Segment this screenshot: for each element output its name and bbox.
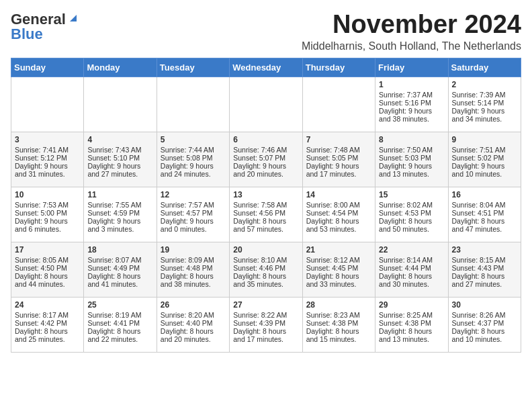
daylight-text: Daylight: 8 hours and 10 minutes. bbox=[452, 327, 517, 343]
day-number: 14 bbox=[306, 190, 371, 199]
calendar-cell: 20Sunrise: 8:10 AMSunset: 4:46 PMDayligh… bbox=[230, 242, 302, 297]
day-number: 18 bbox=[87, 245, 152, 255]
calendar-cell: 25Sunrise: 8:19 AMSunset: 4:41 PMDayligh… bbox=[84, 297, 157, 352]
calendar-week-row: 1Sunrise: 7:37 AMSunset: 5:16 PMDaylight… bbox=[11, 77, 521, 132]
day-number: 15 bbox=[379, 190, 444, 199]
sunset-text: Sunset: 4:56 PM bbox=[233, 209, 298, 217]
daylight-text: Daylight: 8 hours and 25 minutes. bbox=[15, 327, 80, 343]
sunrise-text: Sunrise: 7:51 AM bbox=[452, 146, 517, 154]
day-number: 1 bbox=[379, 80, 444, 89]
daylight-text: Daylight: 8 hours and 33 minutes. bbox=[306, 272, 371, 288]
calendar-cell bbox=[157, 77, 229, 132]
calendar-cell: 28Sunrise: 8:23 AMSunset: 4:38 PMDayligh… bbox=[302, 297, 375, 352]
calendar-cell bbox=[84, 77, 157, 132]
page-header: General Blue November 2024 Middelharnis,… bbox=[11, 11, 521, 52]
calendar-week-row: 17Sunrise: 8:05 AMSunset: 4:50 PMDayligh… bbox=[11, 242, 521, 297]
daylight-text: Daylight: 9 hours and 31 minutes. bbox=[15, 162, 80, 178]
sunset-text: Sunset: 4:42 PM bbox=[15, 319, 80, 327]
calendar-cell: 7Sunrise: 7:48 AMSunset: 5:05 PMDaylight… bbox=[302, 132, 375, 187]
sunset-text: Sunset: 5:10 PM bbox=[87, 154, 152, 162]
daylight-text: Daylight: 8 hours and 47 minutes. bbox=[452, 217, 517, 233]
calendar-cell: 13Sunrise: 7:58 AMSunset: 4:56 PMDayligh… bbox=[230, 187, 302, 242]
sunset-text: Sunset: 4:54 PM bbox=[306, 209, 371, 217]
sunrise-text: Sunrise: 8:00 AM bbox=[306, 201, 371, 209]
calendar-cell: 11Sunrise: 7:55 AMSunset: 4:59 PMDayligh… bbox=[84, 187, 157, 242]
sunset-text: Sunset: 4:43 PM bbox=[452, 264, 517, 272]
sunrise-text: Sunrise: 8:09 AM bbox=[161, 256, 226, 264]
sunset-text: Sunset: 5:05 PM bbox=[306, 154, 371, 162]
day-number: 30 bbox=[452, 300, 517, 310]
calendar-cell: 19Sunrise: 8:09 AMSunset: 4:48 PMDayligh… bbox=[157, 242, 229, 297]
sunrise-text: Sunrise: 8:17 AM bbox=[15, 311, 80, 319]
calendar-cell: 18Sunrise: 8:07 AMSunset: 4:49 PMDayligh… bbox=[84, 242, 157, 297]
sunrise-text: Sunrise: 7:46 AM bbox=[233, 146, 298, 154]
calendar-cell: 17Sunrise: 8:05 AMSunset: 4:50 PMDayligh… bbox=[11, 242, 84, 297]
day-number: 4 bbox=[87, 135, 152, 144]
sunrise-text: Sunrise: 7:55 AM bbox=[87, 201, 152, 209]
daylight-text: Daylight: 9 hours and 3 minutes. bbox=[87, 217, 152, 233]
sunset-text: Sunset: 4:37 PM bbox=[452, 319, 517, 327]
title-section: November 2024 Middelharnis, South Hollan… bbox=[302, 11, 521, 52]
day-number: 26 bbox=[161, 300, 226, 310]
weekday-header: Thursday bbox=[302, 58, 375, 77]
sunrise-text: Sunrise: 7:50 AM bbox=[379, 146, 444, 154]
calendar-cell: 16Sunrise: 8:04 AMSunset: 4:51 PMDayligh… bbox=[448, 187, 521, 242]
calendar-cell bbox=[230, 77, 302, 132]
calendar-cell bbox=[11, 77, 84, 132]
calendar-week-row: 3Sunrise: 7:41 AMSunset: 5:12 PMDaylight… bbox=[11, 132, 521, 187]
sunset-text: Sunset: 5:14 PM bbox=[452, 99, 517, 107]
calendar-cell: 3Sunrise: 7:41 AMSunset: 5:12 PMDaylight… bbox=[11, 132, 84, 187]
calendar-cell: 5Sunrise: 7:44 AMSunset: 5:08 PMDaylight… bbox=[157, 132, 229, 187]
month-title: November 2024 bbox=[302, 11, 521, 39]
weekday-header: Wednesday bbox=[230, 58, 302, 77]
day-number: 7 bbox=[306, 135, 371, 144]
weekday-header: Saturday bbox=[448, 58, 521, 77]
day-number: 13 bbox=[233, 190, 298, 199]
sunrise-text: Sunrise: 8:15 AM bbox=[452, 256, 517, 264]
sunrise-text: Sunrise: 7:58 AM bbox=[233, 201, 298, 209]
calendar-cell: 26Sunrise: 8:20 AMSunset: 4:40 PMDayligh… bbox=[157, 297, 229, 352]
day-number: 21 bbox=[306, 245, 371, 255]
daylight-text: Daylight: 9 hours and 13 minutes. bbox=[379, 162, 444, 178]
sunset-text: Sunset: 5:12 PM bbox=[15, 154, 80, 162]
calendar-cell: 10Sunrise: 7:53 AMSunset: 5:00 PMDayligh… bbox=[11, 187, 84, 242]
calendar-cell: 23Sunrise: 8:15 AMSunset: 4:43 PMDayligh… bbox=[448, 242, 521, 297]
sunset-text: Sunset: 5:16 PM bbox=[379, 99, 444, 107]
daylight-text: Daylight: 9 hours and 38 minutes. bbox=[379, 107, 444, 123]
calendar-cell: 24Sunrise: 8:17 AMSunset: 4:42 PMDayligh… bbox=[11, 297, 84, 352]
sunset-text: Sunset: 4:40 PM bbox=[161, 319, 226, 327]
sunset-text: Sunset: 5:03 PM bbox=[379, 154, 444, 162]
calendar-cell: 2Sunrise: 7:39 AMSunset: 5:14 PMDaylight… bbox=[448, 77, 521, 132]
day-number: 8 bbox=[379, 135, 444, 144]
day-number: 27 bbox=[233, 300, 298, 310]
calendar-cell: 1Sunrise: 7:37 AMSunset: 5:16 PMDaylight… bbox=[375, 77, 448, 132]
sunrise-text: Sunrise: 7:41 AM bbox=[15, 146, 80, 154]
sunset-text: Sunset: 4:49 PM bbox=[87, 264, 152, 272]
calendar-cell: 14Sunrise: 8:00 AMSunset: 4:54 PMDayligh… bbox=[302, 187, 375, 242]
sunrise-text: Sunrise: 7:43 AM bbox=[87, 146, 152, 154]
daylight-text: Daylight: 9 hours and 17 minutes. bbox=[306, 162, 371, 178]
calendar-cell: 9Sunrise: 7:51 AMSunset: 5:02 PMDaylight… bbox=[448, 132, 521, 187]
sunrise-text: Sunrise: 8:23 AM bbox=[306, 311, 371, 319]
sunset-text: Sunset: 4:50 PM bbox=[15, 264, 80, 272]
daylight-text: Daylight: 8 hours and 27 minutes. bbox=[452, 272, 517, 288]
daylight-text: Daylight: 8 hours and 50 minutes. bbox=[379, 217, 444, 233]
weekday-header: Friday bbox=[375, 58, 448, 77]
daylight-text: Daylight: 9 hours and 0 minutes. bbox=[161, 217, 226, 233]
sunset-text: Sunset: 4:51 PM bbox=[452, 209, 517, 217]
calendar-cell: 15Sunrise: 8:02 AMSunset: 4:53 PMDayligh… bbox=[375, 187, 448, 242]
daylight-text: Daylight: 8 hours and 20 minutes. bbox=[161, 327, 226, 343]
daylight-text: Daylight: 9 hours and 6 minutes. bbox=[15, 217, 80, 233]
sunrise-text: Sunrise: 7:37 AM bbox=[379, 91, 444, 99]
sunset-text: Sunset: 5:08 PM bbox=[161, 154, 226, 162]
sunset-text: Sunset: 4:38 PM bbox=[306, 319, 371, 327]
day-number: 9 bbox=[452, 135, 517, 144]
day-number: 11 bbox=[87, 190, 152, 199]
day-number: 20 bbox=[233, 245, 298, 255]
sunset-text: Sunset: 4:59 PM bbox=[87, 209, 152, 217]
sunrise-text: Sunrise: 8:05 AM bbox=[15, 256, 80, 264]
calendar-cell: 4Sunrise: 7:43 AMSunset: 5:10 PMDaylight… bbox=[84, 132, 157, 187]
sunrise-text: Sunrise: 7:57 AM bbox=[161, 201, 226, 209]
day-number: 2 bbox=[452, 80, 517, 89]
calendar-week-row: 10Sunrise: 7:53 AMSunset: 5:00 PMDayligh… bbox=[11, 187, 521, 242]
